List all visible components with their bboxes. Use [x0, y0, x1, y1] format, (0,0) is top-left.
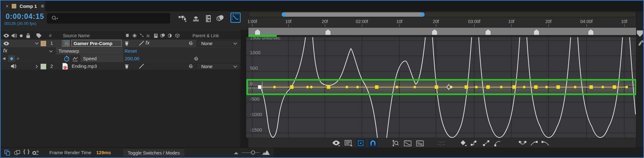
keyframe-square[interactable] — [534, 85, 538, 89]
auto-zoom-graph-icon[interactable] — [391, 139, 400, 147]
show-transform-box-icon[interactable] — [356, 139, 365, 147]
tab-comp-1[interactable]: × Comp 1 ≡ — [1, 1, 45, 11]
summary-keyframe-marker[interactable] — [255, 29, 260, 35]
next-keyframe-icon[interactable]: ▶ — [17, 56, 20, 61]
summary-keyframe-marker[interactable] — [588, 29, 594, 35]
time-navigator-thumb[interactable] — [282, 12, 425, 17]
keyframe-dot[interactable] — [602, 86, 604, 88]
keyframe-dot[interactable] — [545, 86, 548, 88]
toggle-switches-modes-button[interactable]: Toggle Switches / Modes — [123, 149, 185, 157]
summary-keyframe-marker[interactable] — [485, 29, 491, 35]
layer1-expand-chevron-down-icon[interactable] — [35, 42, 39, 45]
snap-magnet-icon[interactable] — [368, 139, 378, 147]
draft-3d-icon[interactable] — [191, 15, 201, 23]
speed-property-cell[interactable]: Speed — [80, 55, 123, 62]
fit-all-graphs-icon[interactable] — [415, 139, 425, 147]
timeline-zoom-slider-knob[interactable] — [251, 150, 255, 155]
hold-keyframe-icon[interactable] — [469, 139, 479, 147]
show-properties-eye-icon[interactable] — [331, 139, 341, 147]
in-out-panes-icon[interactable]: { } — [23, 149, 30, 155]
keyframe-dot[interactable] — [475, 86, 478, 88]
time-ruler[interactable]: 1:00f10f20f02:00f10f20f03:00f10f20f04:00… — [248, 18, 636, 27]
summary-keyframe-marker[interactable] — [432, 29, 437, 35]
keyframe-dot[interactable] — [356, 86, 359, 88]
layer2-label-swatch[interactable] — [40, 63, 47, 70]
keyframe-dot[interactable] — [500, 86, 502, 88]
zoom-in-mountains-icon[interactable] — [262, 150, 270, 155]
keyframe-dot[interactable] — [310, 86, 313, 88]
keyframe-square[interactable] — [435, 85, 438, 89]
effect-expand-chevron-down-icon[interactable] — [49, 50, 53, 53]
keyframe-dot[interactable] — [523, 86, 525, 88]
layer1-name-field[interactable]: Gamer Pre-Comp — [71, 40, 122, 47]
layer2-parent-pickwhip-icon[interactable] — [188, 63, 194, 69]
layer2-audio-speaker-icon[interactable] — [11, 64, 16, 69]
keyframe-dot[interactable] — [414, 86, 416, 88]
fit-selection-icon[interactable] — [403, 139, 412, 147]
active-keyframe-diamond-icon[interactable] — [9, 56, 14, 61]
keyframe-square[interactable] — [465, 85, 468, 89]
stopwatch-icon[interactable] — [64, 56, 70, 62]
keyframe-square[interactable] — [613, 85, 616, 89]
layer1-parent-dropdown[interactable]: None — [197, 40, 240, 47]
keyframe-square[interactable] — [513, 85, 516, 89]
graph-editor-set-icon[interactable] — [72, 56, 79, 61]
current-time-indicator-head[interactable] — [636, 30, 643, 38]
search-input[interactable] — [47, 13, 170, 23]
keyframe-square[interactable] — [375, 85, 379, 89]
timeline-zoom-slider-track[interactable] — [242, 152, 260, 153]
linear-keyframe-icon[interactable] — [481, 139, 491, 147]
speed-pickwhip-icon[interactable] — [193, 56, 199, 61]
composition-mini-flowchart-icon[interactable] — [178, 15, 188, 23]
keyframe-square[interactable] — [486, 85, 490, 89]
layer1-visibility-eye-icon[interactable] — [3, 41, 9, 46]
parent-link-column-label[interactable]: Parent & Link — [192, 33, 219, 38]
layer2-collapse-chevron-right-icon[interactable] — [35, 64, 38, 69]
layer1-label-swatch[interactable] — [40, 40, 47, 47]
graph-editor[interactable]: 1500 units/sec10005000-500-1000-1500 — [246, 37, 636, 138]
auto-bezier-keyframe-icon[interactable] — [493, 139, 502, 147]
easy-ease-icon[interactable] — [518, 139, 527, 147]
effect-reset-link[interactable]: Reset — [125, 48, 137, 54]
source-name-column-label[interactable]: Source Name — [63, 33, 90, 38]
transform-box-anchor[interactable] — [447, 85, 451, 89]
layer-row-gamer-pre-comp[interactable]: 1 Gamer Pre-Comp fx None — [0, 39, 241, 47]
effect-name-cell[interactable]: Timewarp — [56, 47, 123, 55]
previous-keyframe-icon[interactable]: ◀ — [3, 56, 5, 61]
summary-keyframe-marker[interactable] — [534, 29, 539, 35]
navigator-start-handle[interactable] — [282, 12, 286, 17]
keyframe-square[interactable] — [290, 85, 294, 89]
edit-keyframes-diamond-icon[interactable] — [459, 139, 468, 147]
layer1-effects-switch-icon[interactable]: fx — [146, 40, 149, 46]
graph-editor-toggle-icon[interactable] — [230, 13, 241, 23]
keyframe-summary-bar[interactable] — [248, 27, 636, 35]
layer1-parent-pickwhip-icon[interactable] — [188, 40, 194, 46]
keyframe-dot[interactable] — [346, 86, 348, 88]
graph-options-menu-icon[interactable] — [344, 139, 353, 147]
layer1-shy-switch-icon[interactable] — [124, 41, 129, 46]
effect-row-timewarp[interactable]: fx Timewarp Reset — [0, 47, 241, 55]
keyframe-dot[interactable] — [574, 86, 576, 88]
keyframe-square[interactable] — [590, 85, 593, 89]
close-icon[interactable]: × — [6, 3, 8, 9]
frame-blending-icon[interactable] — [203, 15, 213, 23]
layer1-quality-switch-icon[interactable] — [139, 40, 144, 46]
keyframe-toggle-cell[interactable] — [8, 55, 15, 62]
property-row-speed[interactable]: ◀ ▶ Speed 200,00 — [0, 55, 241, 62]
mask-shape-visibility-icon[interactable] — [14, 149, 21, 156]
panel-menu-icon[interactable]: ≡ — [41, 3, 44, 9]
keyframe-dot[interactable] — [273, 86, 276, 88]
separate-dimensions-icon[interactable]: xz — [437, 139, 446, 147]
layer2-parent-dropdown[interactable]: None — [197, 63, 240, 70]
comp-flowchart-toggle-icon[interactable] — [4, 149, 11, 156]
keyframe-selected-first[interactable] — [258, 85, 262, 89]
motion-blur-icon[interactable] — [215, 15, 225, 23]
zoom-out-mountain-icon[interactable] — [233, 151, 239, 155]
keyframe-square[interactable] — [557, 85, 560, 89]
keyframe-dot[interactable] — [306, 86, 309, 88]
keyframe-dot[interactable] — [396, 86, 398, 88]
summary-keyframe-marker[interactable] — [325, 29, 331, 35]
easy-ease-in-icon[interactable] — [530, 139, 539, 147]
layer2-quality-switch-icon[interactable] — [139, 63, 144, 69]
layer2-name[interactable]: Ending.mp3 — [72, 63, 97, 69]
